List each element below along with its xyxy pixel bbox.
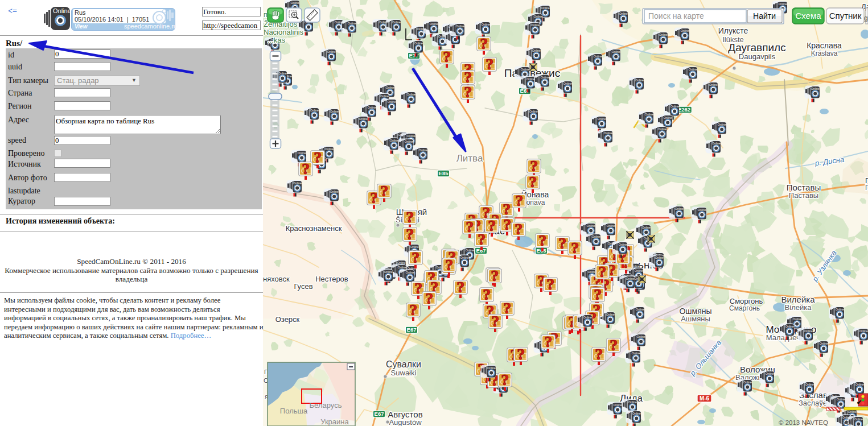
svg-text:Сувалки: Сувалки xyxy=(386,359,421,369)
svg-text:Даугавпилс: Даугавпилс xyxy=(728,42,785,53)
svg-text:Заслаўе: Заслаўе xyxy=(799,399,827,407)
svg-text:Augustów: Augustów xyxy=(389,418,422,426)
svg-text:Украина: Украина xyxy=(320,417,349,426)
svg-text:Гусев: Гусев xyxy=(294,282,312,291)
svg-text:Daugavpils: Daugavpils xyxy=(739,52,776,61)
svg-text:E67: E67 xyxy=(407,326,417,333)
svg-text:Польша: Польша xyxy=(280,407,308,415)
svg-text:Паставы: Паставы xyxy=(789,191,818,200)
svg-text:Литва: Литва xyxy=(456,153,483,164)
svg-text:няховск: няховск xyxy=(263,275,290,283)
svg-text:Вілейка: Вілейка xyxy=(785,303,812,312)
svg-text:Краслава: Краслава xyxy=(807,41,842,50)
svg-text:Илуксте: Илуксте xyxy=(718,26,748,35)
svg-text:...kas: ...kas xyxy=(268,36,286,44)
svg-text:Nacionalinis: Nacionalinis xyxy=(264,28,304,36)
svg-text:Беларусь: Беларусь xyxy=(310,401,342,410)
svg-text:Поиск на карте: Поиск на карте xyxy=(648,11,704,20)
svg-text:E85: E85 xyxy=(439,170,449,176)
svg-text:E67: E67 xyxy=(375,411,384,417)
svg-text:E262: E262 xyxy=(678,106,690,113)
svg-text:Спутник: Спутник xyxy=(829,11,862,20)
svg-text:Краснознаменск: Краснознаменск xyxy=(286,224,342,233)
svg-text:Найти: Найти xyxy=(753,11,776,20)
svg-text:Krāslava: Krāslava xyxy=(811,49,838,57)
svg-text:Озерск: Озерск xyxy=(275,315,300,324)
svg-text:© 2013 NAVTEQ: © 2013 NAVTEQ xyxy=(779,419,828,426)
svg-text:М-6: М-6 xyxy=(700,395,710,402)
svg-text:g: g xyxy=(864,14,868,22)
svg-text:Ашмяны: Ашмяны xyxy=(681,315,710,323)
svg-text:Гл: Гл xyxy=(865,184,868,192)
svg-text:Нестеров: Нестеров xyxy=(315,275,348,283)
svg-text:✔: ✔ xyxy=(857,399,862,406)
svg-text:Suwałki: Suwałki xyxy=(391,369,417,377)
svg-text:Схема: Схема xyxy=(795,11,821,20)
svg-text:Усл: Усл xyxy=(842,419,853,426)
svg-text:Смаргонь: Смаргонь xyxy=(729,304,760,312)
